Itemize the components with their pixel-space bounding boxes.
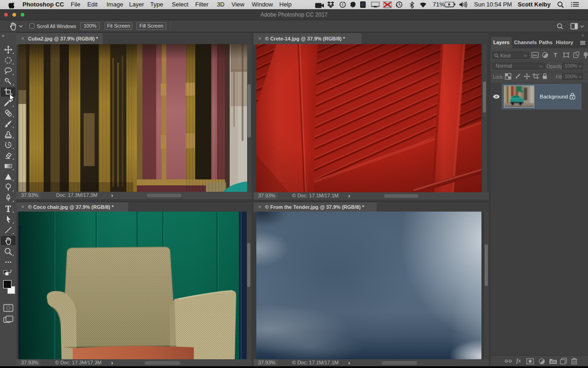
svg-text:!: ! [342, 2, 344, 7]
